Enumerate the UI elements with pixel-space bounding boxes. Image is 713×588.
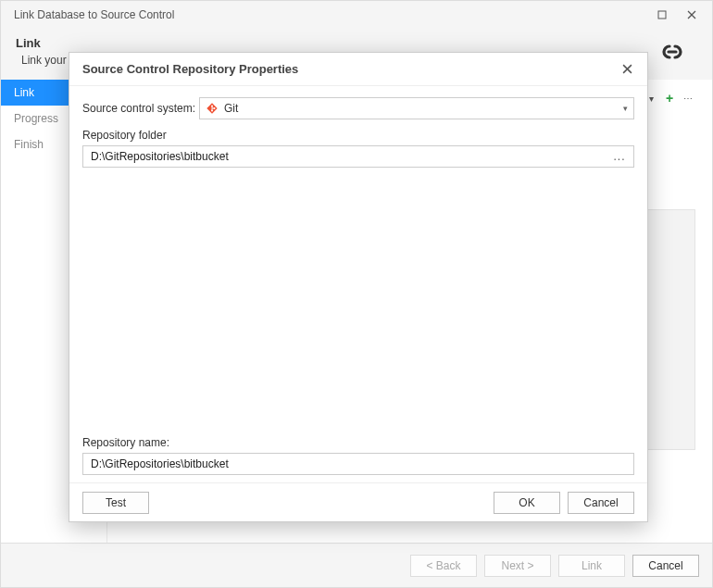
next-button[interactable]: Next > xyxy=(484,555,551,577)
cancel-button[interactable]: Cancel xyxy=(632,555,699,577)
git-icon xyxy=(206,102,219,115)
source-system-row: Source control system: Git ▾ xyxy=(82,97,634,119)
window-title: Link Database to Source Control xyxy=(14,8,647,21)
repo-folder-input[interactable] xyxy=(89,149,611,164)
ok-button-label: OK xyxy=(519,496,534,509)
close-icon xyxy=(622,64,632,74)
add-button[interactable]: + xyxy=(662,91,677,106)
maximize-button[interactable] xyxy=(647,3,677,27)
repo-properties-dialog: Source Control Repository Properties Sou… xyxy=(69,52,648,522)
window-controls xyxy=(647,3,707,27)
next-button-label: Next > xyxy=(501,559,533,572)
dialog-body: Source control system: Git ▾ Repository … xyxy=(69,86,647,482)
more-button[interactable]: ⋯ xyxy=(681,91,695,106)
repo-name-input-wrap xyxy=(82,453,634,475)
sidebar-item-label: Finish xyxy=(14,138,44,151)
source-system-label: Source control system: xyxy=(82,102,199,115)
repo-folder-label: Repository folder xyxy=(82,129,634,142)
source-system-value: Git xyxy=(224,102,238,115)
link-button-label: Link xyxy=(582,559,602,572)
dialog-titlebar: Source Control Repository Properties xyxy=(69,53,647,86)
svg-rect-0 xyxy=(658,11,666,19)
sidebar-item-label: Link xyxy=(14,86,34,99)
ellipsis-icon: ⋯ xyxy=(683,94,693,104)
ok-button[interactable]: OK xyxy=(494,492,560,514)
maximize-icon xyxy=(657,10,667,19)
repo-name-label: Repository name: xyxy=(82,436,634,449)
repo-folder-input-wrap: ... xyxy=(82,145,634,168)
plus-icon: + xyxy=(666,91,673,106)
ellipsis-icon: ... xyxy=(613,150,625,163)
source-system-select[interactable]: Git ▾ xyxy=(199,97,634,119)
dialog-footer: Test OK Cancel xyxy=(69,482,647,521)
cancel-button-label: Cancel xyxy=(648,559,682,572)
test-button[interactable]: Test xyxy=(82,492,149,514)
chevron-down-icon: ▾ xyxy=(649,94,654,104)
main-toolbar: ▾ + ⋯ xyxy=(644,91,695,106)
link-logo-icon xyxy=(655,39,690,65)
repo-name-input[interactable] xyxy=(89,457,628,471)
dialog-close-button[interactable] xyxy=(616,58,638,81)
wizard-header-title: Link xyxy=(16,36,655,50)
close-button[interactable] xyxy=(677,3,707,27)
dialog-spacer xyxy=(82,175,634,436)
close-icon xyxy=(687,10,696,19)
link-button[interactable]: Link xyxy=(558,555,625,577)
chevron-down-icon: ▾ xyxy=(623,104,628,113)
dialog-cancel-button[interactable]: Cancel xyxy=(568,492,634,514)
test-button-label: Test xyxy=(106,496,126,509)
wizard-footer: < Back Next > Link Cancel xyxy=(1,543,712,587)
back-button-label: < Back xyxy=(426,559,460,572)
sidebar-item-label: Progress xyxy=(14,112,58,125)
browse-folder-button[interactable]: ... xyxy=(611,150,628,163)
dialog-title: Source Control Repository Properties xyxy=(82,62,616,76)
titlebar: Link Database to Source Control xyxy=(1,1,712,29)
back-button[interactable]: < Back xyxy=(410,555,477,577)
dialog-cancel-button-label: Cancel xyxy=(583,496,618,509)
